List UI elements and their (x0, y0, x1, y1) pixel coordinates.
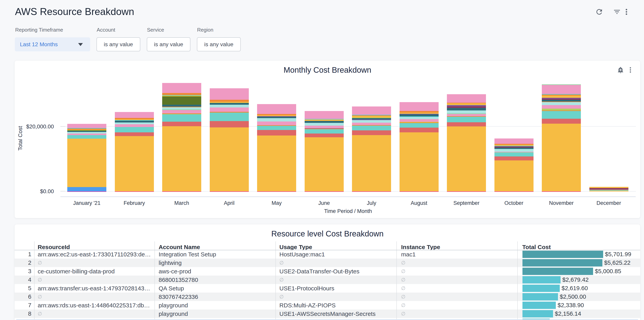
svg-text:$0.00: $0.00 (40, 188, 54, 194)
svg-text:$20,000.00: $20,000.00 (26, 123, 54, 130)
svg-text:May: May (272, 200, 282, 206)
svg-text:Time Period / Month: Time Period / Month (324, 208, 372, 214)
svg-text:June: June (318, 200, 330, 206)
svg-text:July: July (367, 200, 376, 206)
svg-text:January '21: January '21 (73, 200, 100, 206)
svg-text:April: April (224, 200, 234, 206)
svg-text:March: March (174, 200, 189, 206)
svg-text:August: August (410, 200, 427, 206)
svg-text:September: September (454, 200, 480, 206)
svg-text:February: February (124, 200, 145, 206)
svg-text:November: November (549, 200, 574, 206)
svg-text:Total Cost: Total Cost (17, 126, 23, 151)
svg-text:October: October (504, 200, 523, 206)
svg-text:December: December (596, 200, 621, 206)
